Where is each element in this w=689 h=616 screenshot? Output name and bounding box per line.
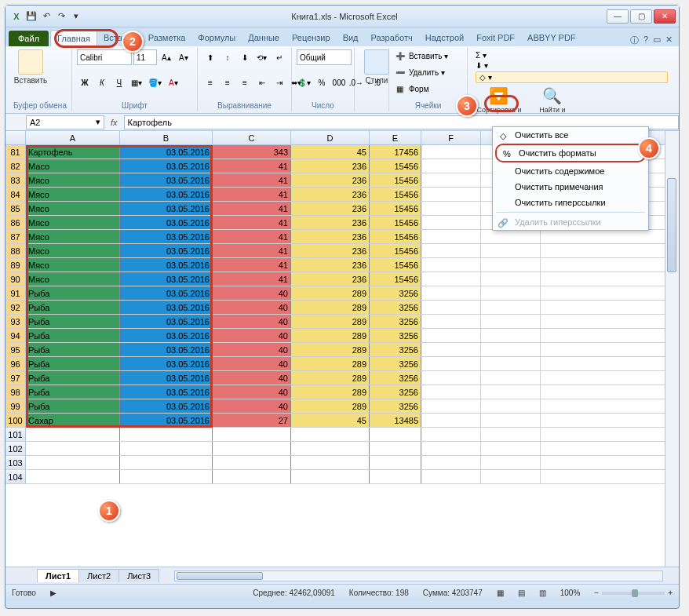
cell[interactable]: [421, 329, 481, 342]
percent-icon[interactable]: %: [314, 75, 330, 90]
align-middle-icon[interactable]: ↕: [220, 49, 235, 65]
cell[interactable]: [26, 428, 120, 441]
zoom-out-icon[interactable]: −: [594, 589, 599, 597]
cell[interactable]: 236: [291, 159, 370, 173]
cell[interactable]: 15456: [370, 258, 421, 272]
table-row[interactable]: 99Рыба03.05.2016402893256: [5, 399, 679, 414]
cell[interactable]: Мясо: [26, 230, 120, 243]
row-header[interactable]: 82: [5, 159, 26, 173]
name-box[interactable]: A2▾: [26, 115, 104, 129]
row-header[interactable]: 103: [5, 456, 26, 469]
column-header-A[interactable]: A: [26, 131, 120, 144]
vertical-scrollbar[interactable]: [665, 131, 679, 567]
bold-button[interactable]: Ж: [77, 75, 93, 90]
column-header-B[interactable]: B: [120, 131, 213, 144]
cell[interactable]: [421, 456, 481, 469]
cell[interactable]: [370, 442, 421, 455]
cell[interactable]: 40: [213, 343, 291, 356]
cell[interactable]: 03.05.2016: [120, 343, 213, 356]
clear-menu-item[interactable]: Очистить примечания: [493, 179, 648, 195]
table-row[interactable]: 94Рыба03.05.2016402893256: [5, 329, 679, 343]
cell[interactable]: 03.05.2016: [120, 258, 213, 272]
table-row[interactable]: 100Сахар03.05.2016274513485: [5, 414, 679, 428]
cell[interactable]: 03.05.2016: [120, 301, 213, 314]
cell[interactable]: 03.05.2016: [120, 188, 213, 201]
fill-color-icon[interactable]: 🪣▾: [146, 75, 164, 90]
cell[interactable]: 03.05.2016: [120, 399, 213, 413]
align-left-icon[interactable]: ≡: [202, 75, 218, 90]
cell[interactable]: 03.05.2016: [120, 315, 213, 328]
table-row[interactable]: 101: [5, 428, 679, 442]
cell[interactable]: 236: [291, 216, 370, 229]
cell[interactable]: 03.05.2016: [120, 216, 213, 229]
cell[interactable]: [421, 470, 481, 483]
cell[interactable]: 289: [291, 329, 370, 342]
cell[interactable]: Мясо: [26, 272, 120, 286]
cell[interactable]: [291, 470, 370, 483]
cell[interactable]: [291, 442, 370, 455]
row-header[interactable]: 101: [5, 428, 26, 441]
view-pagebreak-icon[interactable]: ▥: [539, 589, 546, 597]
cell[interactable]: 40: [213, 399, 291, 413]
tab-рецензир[interactable]: Рецензир: [286, 30, 337, 46]
cell[interactable]: [26, 442, 120, 455]
underline-button[interactable]: Ч: [111, 75, 127, 90]
file-tab[interactable]: Файл: [9, 31, 49, 46]
cell[interactable]: [421, 399, 481, 413]
tab-данные[interactable]: Данные: [242, 30, 286, 46]
row-header[interactable]: 96: [5, 357, 26, 370]
cell[interactable]: Рыба: [26, 329, 120, 342]
cell[interactable]: [120, 470, 213, 483]
sheet-tab[interactable]: Лист1: [37, 569, 79, 582]
cell[interactable]: Рыба: [26, 399, 120, 413]
zoom-in-icon[interactable]: +: [668, 589, 673, 597]
cell[interactable]: [481, 230, 541, 243]
cell[interactable]: 15456: [370, 202, 421, 215]
insert-cells-button[interactable]: ➕Вставить ▾: [394, 49, 462, 62]
cell[interactable]: 3256: [370, 315, 421, 328]
cell[interactable]: [213, 470, 291, 483]
cell[interactable]: [481, 329, 541, 342]
cell[interactable]: Мясо: [26, 173, 120, 187]
currency-icon[interactable]: 💲▾: [297, 75, 312, 90]
cell[interactable]: 15456: [370, 272, 421, 286]
cell[interactable]: [421, 371, 481, 385]
table-row[interactable]: 103: [5, 456, 679, 470]
cell[interactable]: 45: [291, 145, 370, 159]
cell[interactable]: [421, 216, 481, 229]
cell[interactable]: [421, 385, 481, 399]
increase-indent-icon[interactable]: ⇥: [272, 75, 287, 90]
cell[interactable]: 15456: [370, 230, 421, 243]
cell[interactable]: Рыба: [26, 343, 120, 356]
cell[interactable]: [481, 272, 541, 286]
cell[interactable]: Рыба: [26, 315, 120, 328]
cell[interactable]: 40: [213, 329, 291, 342]
number-format-select[interactable]: [297, 49, 352, 65]
cell[interactable]: 41: [213, 202, 291, 215]
zoom-slider[interactable]: −+: [594, 589, 673, 597]
comma-icon[interactable]: 000: [331, 75, 347, 90]
cell[interactable]: 27: [213, 414, 291, 427]
cell[interactable]: Картофель: [26, 145, 120, 159]
font-size-select[interactable]: [133, 49, 157, 65]
cell[interactable]: 289: [291, 385, 370, 399]
orientation-icon[interactable]: ⟲▾: [254, 49, 270, 65]
workbook-close-icon[interactable]: ✕: [665, 35, 673, 46]
cell[interactable]: 15456: [370, 173, 421, 187]
cell[interactable]: 03.05.2016: [120, 385, 213, 399]
table-row[interactable]: 97Рыба03.05.2016402893256: [5, 371, 679, 385]
cell[interactable]: [421, 202, 481, 215]
table-row[interactable]: 87Мясо03.05.20164123615456: [5, 230, 679, 244]
cell[interactable]: 03.05.2016: [120, 357, 213, 370]
table-row[interactable]: 90Мясо03.05.20164123615456: [5, 272, 679, 286]
cell[interactable]: 41: [213, 216, 291, 229]
column-header-D[interactable]: D: [291, 131, 370, 144]
cell[interactable]: 236: [291, 272, 370, 286]
row-header[interactable]: 88: [5, 244, 26, 257]
cell[interactable]: [481, 371, 541, 385]
row-header[interactable]: 97: [5, 371, 26, 385]
cell[interactable]: [120, 456, 213, 469]
cell[interactable]: 236: [291, 173, 370, 187]
table-row[interactable]: 93Рыба03.05.2016402893256: [5, 315, 679, 329]
cell[interactable]: [370, 428, 421, 441]
